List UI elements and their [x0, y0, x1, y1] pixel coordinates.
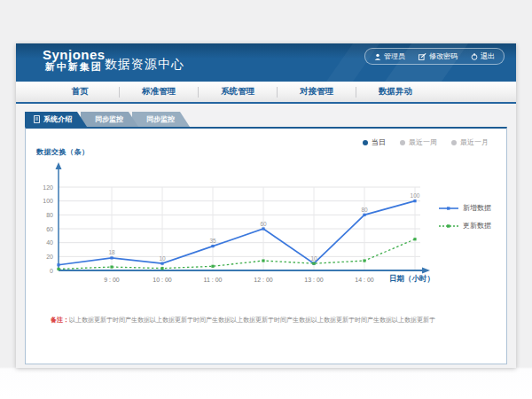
screen: Synjones 新中新集团 数据资源中心 管理员 修改密码 退出 首页标准: [0, 0, 532, 399]
x-axis-title: 日期（小时）: [389, 274, 434, 285]
tab-bar: 系统介绍同步监控同步监控: [25, 112, 190, 127]
svg-text:10: 10: [159, 255, 166, 262]
svg-text:14 : 00: 14 : 00: [355, 277, 374, 283]
svg-text:9 : 00: 9 : 00: [104, 277, 120, 283]
nav-item-4[interactable]: 对接管理: [278, 86, 356, 98]
brand-logo: Synjones 新中新集团: [43, 48, 106, 72]
nav-item-3[interactable]: 系统管理: [199, 86, 277, 98]
svg-text:35: 35: [209, 238, 216, 244]
tab-label: 系统介绍: [43, 114, 72, 124]
legend-item-1[interactable]: 新增数据: [439, 203, 491, 213]
svg-text:40: 40: [46, 239, 53, 246]
footnote-prefix: 备注：: [51, 317, 69, 323]
main-nav: 首页标准管理系统管理对接管理数据异动: [16, 82, 516, 104]
edit-icon: [419, 53, 426, 60]
chart-legend: 新增数据更新数据: [439, 203, 491, 231]
footnote-text: 以上数据更新于时间产生数据以上数据更新于时间产生数据以上数据更新于时间产生数据以…: [69, 317, 435, 323]
legend-line-swatch: [439, 205, 458, 212]
nav-item-1[interactable]: 首页: [41, 86, 119, 98]
legend-item-2[interactable]: 更新数据: [439, 221, 491, 231]
app-header: Synjones 新中新集团 数据资源中心 管理员 修改密码 退出: [16, 43, 516, 82]
legend-label: 更新数据: [463, 221, 491, 231]
user-toolbar: 管理员 修改密码 退出: [364, 48, 505, 65]
svg-text:100: 100: [43, 198, 53, 204]
footnote: 备注：以上数据更新于时间产生数据以上数据更新于时间产生数据以上数据更新于时间产生…: [51, 316, 494, 325]
power-icon: [471, 53, 478, 60]
exchange-line-chart: 0204060801001209 : 0010 : 0011 : 0012 : …: [26, 129, 508, 306]
svg-text:120: 120: [43, 184, 53, 191]
logout-label: 退出: [481, 51, 495, 61]
svg-text:100: 100: [411, 192, 420, 199]
logo-text-en: Synjones: [43, 48, 106, 62]
legend-line-swatch: [439, 223, 458, 230]
nav-item-5[interactable]: 数据异动: [356, 86, 434, 98]
tab-3[interactable]: 同步监控: [132, 112, 190, 127]
nav-item-2[interactable]: 标准管理: [120, 86, 198, 98]
tab-label: 同步监控: [146, 114, 175, 124]
user-icon: [374, 53, 381, 60]
svg-text:60: 60: [260, 221, 267, 227]
logo-text-cn: 新中新集团: [43, 62, 106, 73]
document-icon: [34, 115, 40, 123]
admin-label: 管理员: [384, 51, 405, 61]
svg-text:20: 20: [46, 254, 53, 260]
svg-text:18: 18: [108, 249, 115, 255]
svg-text:0: 0: [50, 268, 53, 274]
app-window: Synjones 新中新集团 数据资源中心 管理员 修改密码 退出 首页标准: [16, 43, 516, 368]
change-password-label: 修改密码: [429, 51, 458, 61]
svg-text:80: 80: [46, 212, 53, 218]
tab-2[interactable]: 同步监控: [81, 112, 138, 127]
svg-text:60: 60: [46, 226, 53, 232]
svg-text:10 : 00: 10 : 00: [153, 277, 172, 283]
page-title: 数据资源中心: [105, 57, 184, 73]
svg-text:11 : 00: 11 : 00: [204, 277, 223, 283]
content-panel: 当日最近一周最近一月 数据交换（条） 0204060801001209 : 00…: [25, 127, 507, 364]
svg-text:10: 10: [310, 255, 317, 262]
tab-1[interactable]: 系统介绍: [25, 112, 87, 127]
legend-label: 新增数据: [463, 203, 491, 213]
svg-text:13 : 00: 13 : 00: [304, 277, 324, 283]
svg-text:80: 80: [361, 207, 368, 213]
page-body: 系统介绍同步监控同步监控 当日最近一周最近一月 数据交换（条） 02040608…: [16, 104, 516, 368]
svg-text:12 : 00: 12 : 00: [254, 277, 273, 283]
logout-button[interactable]: 退出: [471, 51, 495, 61]
change-password-button[interactable]: 修改密码: [419, 51, 458, 61]
tab-label: 同步监控: [95, 114, 123, 124]
admin-button[interactable]: 管理员: [374, 51, 405, 61]
